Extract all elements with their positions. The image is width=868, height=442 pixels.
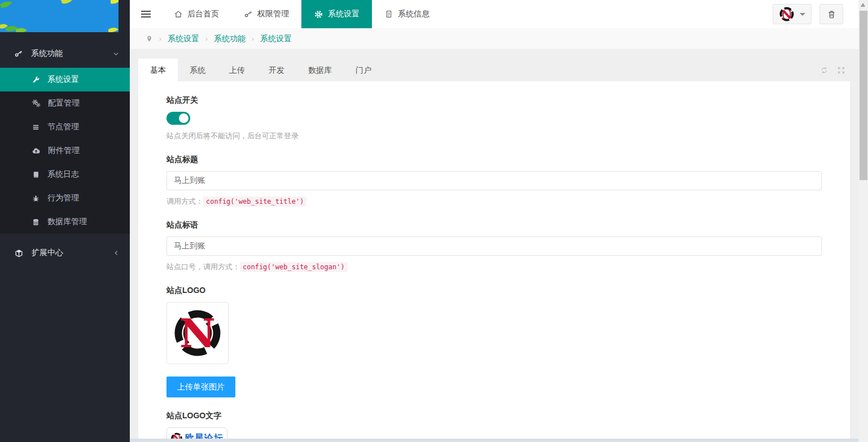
key-icon [14, 49, 23, 58]
clear-cache-button[interactable] [819, 4, 843, 24]
trash-icon [827, 10, 836, 19]
chevron-left-icon [113, 250, 120, 256]
site-title-input[interactable] [166, 171, 822, 190]
box-icon [14, 248, 24, 258]
cloud-upload-icon [32, 146, 41, 155]
breadcrumb-separator: › [205, 35, 208, 43]
config-code: config('web_site_slogan') [240, 262, 348, 272]
breadcrumb-separator: › [159, 35, 161, 43]
gear-icon [314, 10, 323, 19]
nav-item-home[interactable]: 后台首页 [161, 0, 231, 28]
breadcrumb-link[interactable]: 系统设置 [168, 34, 199, 44]
cogs-icon [32, 99, 41, 108]
bottom-strip [130, 439, 858, 442]
field-hint: 站点关闭后将不能访问，后台可正常登录 [166, 131, 822, 141]
wrench-icon [32, 76, 40, 84]
user-avatar [779, 6, 795, 22]
field-label: 站点LOGO文字 [166, 411, 822, 421]
sidebar-group-label: 扩展中心 [32, 248, 113, 258]
toggle-knob [179, 113, 188, 123]
site-logo-image [172, 307, 223, 359]
scrollbar-up-arrow-icon[interactable] [861, 3, 865, 7]
list-icon [32, 123, 40, 132]
database-icon [32, 218, 40, 226]
navbar-right-controls [773, 0, 858, 28]
settings-card: 基本 系统 上传 开发 数据库 门户 站点开关 [138, 59, 850, 442]
site-switch-toggle[interactable] [166, 112, 190, 125]
sidebar-group-system-functions[interactable]: 系统功能 [0, 40, 130, 68]
field-site-title: 站点标题 调用方式：config('web_site_title') [166, 155, 822, 207]
tab-tools [820, 59, 845, 81]
key-icon [244, 10, 253, 19]
document-icon [384, 10, 393, 19]
nav-item-system-info[interactable]: 系统信息 [372, 0, 442, 28]
hamburger-icon [141, 9, 151, 19]
sidebar-logo-banner [0, 0, 119, 32]
nav-item-system-settings[interactable]: 系统设置 [301, 0, 372, 28]
main-area: 后台首页 权限管理 系统设置 系统信息 [130, 0, 858, 442]
field-label: 站点标题 [166, 155, 822, 165]
tab-develop[interactable]: 开发 [257, 59, 296, 81]
field-site-slogan: 站点标语 站点口号，调用方式：config('web_site_slogan') [166, 220, 822, 272]
sidebar-submenu: 系统设置 配置管理 节点管理 附件管理 [0, 68, 130, 234]
fullscreen-icon[interactable] [837, 66, 845, 75]
sidebar-item-behavior-management[interactable]: 行为管理 [0, 186, 130, 210]
site-logo-preview[interactable] [166, 302, 229, 364]
sidebar-item-database-management[interactable]: 数据库管理 [0, 210, 130, 234]
tab-bar: 基本 系统 上传 开发 数据库 门户 [138, 59, 850, 81]
top-navbar: 后台首页 权限管理 系统设置 系统信息 [130, 0, 858, 28]
site-slogan-input[interactable] [166, 237, 822, 256]
field-hint: 调用方式：config('web_site_title') [166, 196, 822, 207]
tab-portal[interactable]: 门户 [344, 59, 383, 81]
caret-down-icon [800, 13, 805, 16]
tab-system[interactable]: 系统 [178, 59, 217, 81]
nav-item-permissions[interactable]: 权限管理 [231, 0, 301, 28]
breadcrumb: › 系统设置 › 系统功能 › 系统设置 [130, 28, 858, 50]
breadcrumb-link[interactable]: 系统设置 [260, 34, 292, 44]
field-site-switch: 站点开关 站点关闭后将不能访问，后台可正常登录 [166, 95, 822, 141]
refresh-icon[interactable] [820, 66, 828, 75]
field-label: 站点开关 [166, 95, 822, 106]
tab-basic[interactable]: 基本 [138, 59, 178, 81]
field-hint: 站点口号，调用方式：config('web_site_slogan') [166, 262, 822, 272]
sidebar-item-attachment-management[interactable]: 附件管理 [0, 139, 130, 163]
page-content: 基本 系统 上传 开发 数据库 门户 站点开关 [130, 50, 858, 442]
user-menu-button[interactable] [773, 4, 812, 24]
upload-image-button[interactable]: 上传单张图片 [166, 377, 235, 397]
sidebar: 系统功能 系统设置 配置管理 节点管理 [0, 0, 130, 442]
location-pin-icon [146, 34, 153, 43]
breadcrumb-link[interactable]: 系统功能 [214, 34, 246, 44]
chevron-down-icon [112, 50, 120, 58]
home-icon [174, 10, 183, 19]
field-site-logo-text: 站点LOGO文字 欧星论坛 [166, 411, 822, 442]
tab-upload[interactable]: 上传 [217, 59, 257, 81]
sidebar-group-label: 系统功能 [31, 49, 112, 59]
sidebar-item-config-management[interactable]: 配置管理 [0, 91, 130, 115]
config-code: config('web_site_title') [203, 196, 306, 207]
sidebar-group-extension-center[interactable]: 扩展中心 [0, 239, 130, 267]
field-label: 站点LOGO [166, 286, 822, 296]
tab-panel-basic: 站点开关 站点关闭后将不能访问，后台可正常登录 站点标题 调用方式：config… [138, 81, 850, 442]
bug-icon [32, 194, 40, 203]
field-site-logo: 站点LOGO 上传单张图片 [166, 286, 822, 397]
sidebar-item-node-management[interactable]: 节点管理 [0, 115, 130, 139]
scrollbar-thumb[interactable] [860, 11, 867, 180]
menu-toggle-button[interactable] [130, 0, 161, 28]
field-label: 站点标语 [166, 220, 822, 230]
sidebar-item-system-settings[interactable]: 系统设置 [0, 68, 130, 91]
banner-leaves-image [0, 0, 119, 32]
sidebar-item-system-logs[interactable]: 系统日志 [0, 163, 130, 186]
book-icon [32, 170, 40, 179]
breadcrumb-separator: › [252, 35, 254, 43]
vertical-scrollbar[interactable] [858, 0, 868, 442]
tab-database[interactable]: 数据库 [296, 59, 344, 81]
